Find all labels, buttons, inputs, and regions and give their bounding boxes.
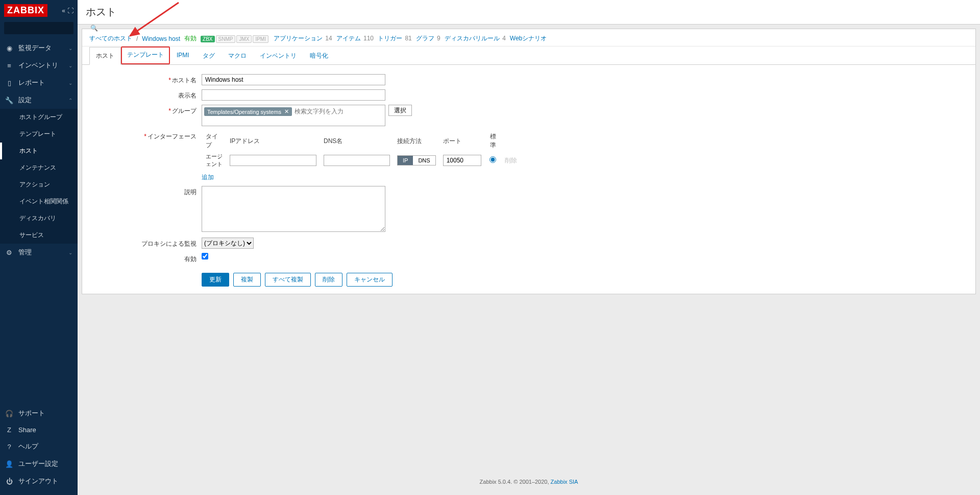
gear-icon: ⚙ [5,249,13,256]
chevron-down-icon: ⌄ [68,250,72,255]
if-port-input[interactable] [443,155,481,166]
nav-configuration[interactable]: 🔧設定⌃ [0,91,78,109]
groups-search-input[interactable] [293,106,384,116]
form-buttons: 更新 複製 すべて複製 削除 キャンセル [202,273,968,287]
search-input[interactable] [5,25,87,32]
interface-row: エージェント IP DNS [203,152,520,169]
chevron-up-icon: ⌃ [68,98,72,103]
groups-select-button[interactable]: 選択 [388,105,412,116]
foot-support[interactable]: 🎧サポート [0,405,78,422]
tag-ipmi: IPMI [253,35,268,43]
subnav-templates[interactable]: テンプレート [0,126,78,143]
question-icon: ? [5,443,13,451]
tab-tags[interactable]: タグ [196,47,222,65]
if-ip-input[interactable] [230,155,316,166]
nav-inventory[interactable]: ≡インベントリ⌄ [0,57,78,74]
breadcrumb-current[interactable]: Windows host [142,35,180,42]
proxy-select[interactable]: (プロキシなし) [202,238,254,249]
enabled-checkbox[interactable] [202,253,208,260]
cancel-button[interactable]: キャンセル [347,273,393,287]
link-graphs[interactable]: グラフ [416,35,434,42]
list-icon: ≡ [5,62,13,69]
chevron-down-icon: ⌄ [68,45,72,51]
user-icon: 👤 [5,460,13,468]
footer: Zabbix 5.0.4. © 2001–2020, Zabbix SIA [78,474,980,495]
tabs: ホスト テンプレート IPMI タグ マクロ インベントリ 暗号化 [82,46,975,65]
wrench-icon: 🔧 [5,97,13,104]
page-title: ホスト [78,0,980,25]
chip-remove-icon[interactable]: ✕ [284,108,289,115]
update-button[interactable]: 更新 [202,273,229,287]
subnav-services[interactable]: サービス [0,227,78,244]
if-default-radio[interactable] [489,156,496,163]
link-discovery[interactable]: ディスカバリルール [445,35,500,42]
content-panel: すべてのホスト / Windows host 有効 ZBXSNMPJMXIPMI… [82,29,976,294]
search-icon[interactable]: 🔍 [87,25,101,32]
main-content: ホスト すべてのホスト / Windows host 有効 ZBXSNMPJMX… [78,0,980,495]
group-chip: Templates/Operating systems✕ [204,107,292,116]
footer-link[interactable]: Zabbix SIA [551,479,578,485]
logo: ZABBIX [4,4,47,17]
sub-nav-configuration: ホストグループ テンプレート ホスト メンテナンス アクション イベント相関関係… [0,109,78,244]
tag-jmx: JMX [236,35,252,43]
foot-help[interactable]: ?ヘルプ [0,438,78,455]
subnav-actions[interactable]: アクション [0,176,78,193]
fullclone-button[interactable]: すべて複製 [265,273,311,287]
headset-icon: 🎧 [5,410,13,417]
nav-reports[interactable]: ▯レポート⌄ [0,74,78,91]
connection-toggle: IP DNS [397,155,436,166]
breadcrumb: すべてのホスト / Windows host 有効 ZBXSNMPJMXIPMI… [82,29,975,46]
hostname-input[interactable] [202,74,385,85]
visiblename-input[interactable] [202,89,385,101]
description-textarea[interactable] [202,186,385,232]
subnav-maintenance[interactable]: メンテナンス [0,159,78,176]
chevron-down-icon: ⌄ [68,80,72,86]
add-interface-link[interactable]: 追加 [202,173,214,182]
foot-usersettings[interactable]: 👤ユーザー設定 [0,455,78,473]
delete-button[interactable]: 削除 [315,273,342,287]
power-icon: ⏻ [5,478,13,485]
eye-icon: ◉ [5,44,13,52]
tab-templates[interactable]: テンプレート [121,46,170,64]
tab-ipmi[interactable]: IPMI [170,47,196,65]
foot-signout[interactable]: ⏻サインアウト [0,473,78,490]
tab-host[interactable]: ホスト [89,47,121,65]
breadcrumb-all-hosts[interactable]: すべてのホスト [89,34,132,43]
bar-icon: ▯ [5,79,13,87]
link-triggers[interactable]: トリガー [378,35,402,42]
search-input-wrap: 🔍 [4,22,74,34]
conn-dns-button[interactable]: DNS [413,156,435,165]
tab-encryption[interactable]: 暗号化 [303,47,335,65]
link-applications[interactable]: アプリケーション [274,35,323,42]
clone-button[interactable]: 複製 [233,273,261,287]
expand-icon[interactable]: ⛶ [67,7,74,14]
sidebar: ZABBIX « ⛶ 🔍 ◉監視データ⌄ ≡インベントリ⌄ ▯レポート⌄ 🔧設定… [0,0,78,495]
subnav-hosts[interactable]: ホスト [0,143,78,159]
subnav-discovery[interactable]: ディスカバリ [0,210,78,227]
host-form: *ホスト名 表示名 *グループ Templates/Operating syst… [82,65,975,294]
conn-ip-button[interactable]: IP [398,156,413,165]
tag-snmp: SNMP [216,35,236,43]
z-icon: Z [5,426,13,434]
subnav-hostgroups[interactable]: ホストグループ [0,109,78,126]
groups-multiselect[interactable]: Templates/Operating systems✕ [202,105,385,126]
link-items[interactable]: アイテム [336,35,361,42]
if-dns-input[interactable] [324,155,390,166]
subnav-eventcorr[interactable]: イベント相関関係 [0,193,78,210]
status-enabled: 有効 [184,34,197,43]
interfaces-table: タイプ IPアドレス DNS名 接続方法 ポート 標準 エージェント [202,130,521,170]
tab-macros[interactable]: マクロ [222,47,253,65]
nav-administration[interactable]: ⚙管理⌄ [0,244,78,261]
chevron-down-icon: ⌄ [68,63,72,68]
link-web[interactable]: Webシナリオ [510,35,547,42]
tag-zbx: ZBX [201,36,214,42]
nav-monitoring[interactable]: ◉監視データ⌄ [0,39,78,57]
if-delete-link[interactable]: 削除 [505,157,517,164]
collapse-icon[interactable]: « [62,7,65,14]
tab-inventory[interactable]: インベントリ [253,47,303,65]
foot-share[interactable]: ZShare [0,422,78,438]
